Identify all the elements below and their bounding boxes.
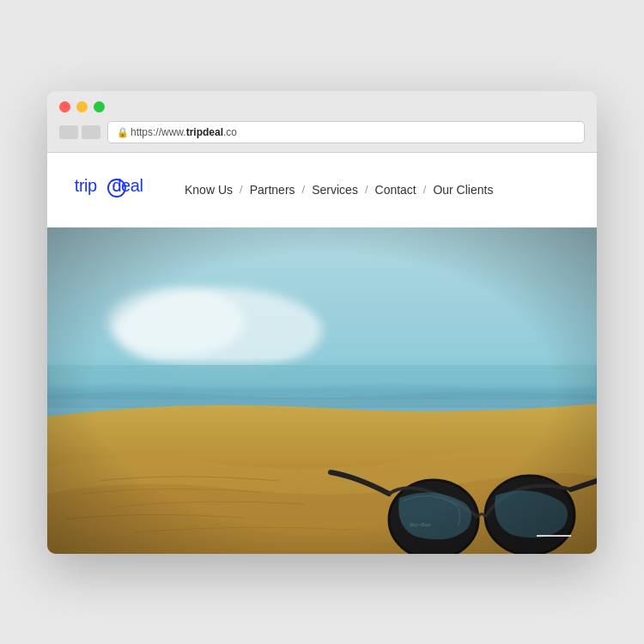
website-content: trip deal Know Us / Partners <box>47 153 597 554</box>
address-bar[interactable]: 🔒 https://www.tripdeal.co <box>107 121 585 143</box>
svg-point-3 <box>113 185 115 186</box>
site-header: trip deal Know Us / Partners <box>47 153 597 228</box>
site-nav: Know Us / Partners / Services / Contact … <box>185 183 493 197</box>
svg-rect-15 <box>47 228 597 554</box>
back-button[interactable] <box>59 125 78 139</box>
nav-item-our-clients[interactable]: Our Clients <box>433 183 493 197</box>
svg-text:trip: trip <box>75 175 97 194</box>
hero-image: Ray-Ban <box>47 228 597 554</box>
nav-sep-4: / <box>423 183 427 196</box>
nav-sep-3: / <box>365 183 368 196</box>
traffic-lights <box>59 101 585 112</box>
url-text: https://www.tripdeal.co <box>131 126 237 138</box>
lock-icon: 🔒 <box>117 127 125 137</box>
logo: trip deal <box>73 167 159 213</box>
minimize-button[interactable] <box>76 101 88 112</box>
nav-item-services[interactable]: Services <box>312 183 358 197</box>
forward-button[interactable] <box>82 125 100 139</box>
nav-sep-2: / <box>302 183 306 196</box>
toolbar: 🔒 https://www.tripdeal.co <box>59 121 585 143</box>
nav-item-contact[interactable]: Contact <box>375 183 416 197</box>
nav-sep-1: / <box>240 183 243 196</box>
nav-buttons <box>59 125 100 139</box>
nav-item-know-us[interactable]: Know Us <box>185 183 233 197</box>
slide-indicator <box>537 535 571 537</box>
close-button[interactable] <box>59 101 70 112</box>
logo-svg: trip deal <box>73 167 159 210</box>
svg-text:deal: deal <box>112 175 143 194</box>
maximize-button[interactable] <box>94 101 105 112</box>
url-pre: https://www. <box>131 126 186 138</box>
svg-point-4 <box>118 185 120 186</box>
browser-window: 🔒 https://www.tripdeal.co trip deal <box>47 91 597 554</box>
hero-section: Ray-Ban <box>47 228 597 554</box>
url-post: .co <box>223 126 237 138</box>
nav-item-partners[interactable]: Partners <box>250 183 295 197</box>
title-bar: 🔒 https://www.tripdeal.co <box>47 91 597 153</box>
url-domain: tripdeal <box>186 126 223 138</box>
